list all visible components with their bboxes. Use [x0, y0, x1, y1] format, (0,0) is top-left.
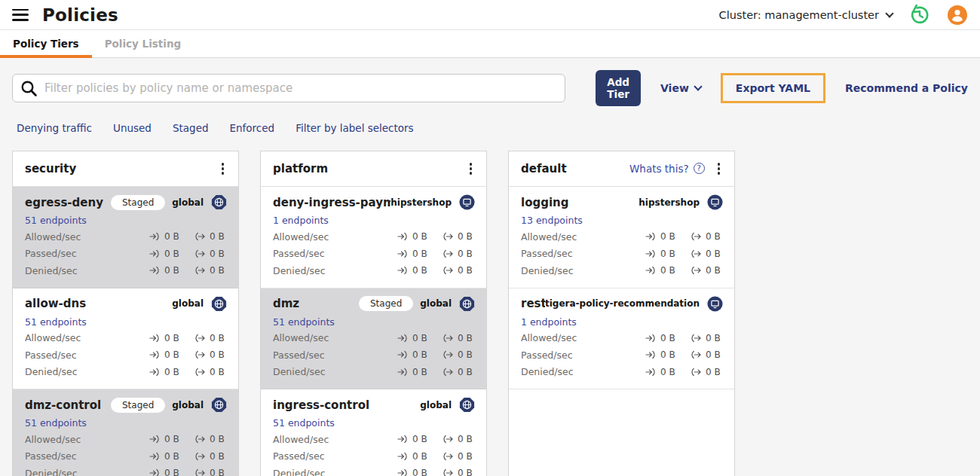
endpoints-link[interactable]: 1 endpoints: [521, 316, 577, 328]
stat-label: Denied/sec: [25, 468, 78, 476]
recommend-policy-button[interactable]: Recommend a Policy: [845, 82, 968, 94]
stat-row: Passed/sec 0 B 0 B: [25, 246, 228, 263]
stat-label: Allowed/sec: [25, 332, 81, 343]
kebab-icon: [222, 163, 224, 174]
stat-row: Allowed/sec 0 B 0 B: [25, 228, 228, 246]
add-tier-button[interactable]: Add Tier: [596, 70, 641, 106]
policy-name: egress-deny: [25, 196, 103, 209]
ingress-icon: [645, 266, 657, 275]
endpoints-link[interactable]: 51 endpoints: [273, 316, 335, 328]
global-policy-icon: [210, 396, 228, 413]
tab-policy-listing[interactable]: Policy Listing: [92, 30, 194, 57]
policy-name: deny-ingress-paymentservi…: [273, 196, 390, 209]
cluster-selector[interactable]: Cluster: management-cluster: [719, 9, 893, 21]
egress-icon: [194, 232, 206, 241]
stat-row: Passed/sec 0 B 0 B: [521, 346, 724, 364]
ingress-icon: [149, 334, 161, 343]
namespace-policy-icon: [458, 194, 476, 211]
tier-menu-button[interactable]: [466, 160, 476, 177]
tab-policy-tiers[interactable]: Policy Tiers: [0, 30, 92, 57]
search-input[interactable]: [12, 74, 565, 102]
tier-name: security: [25, 162, 76, 175]
policy-card[interactable]: dmz-control Staged global 51 endpoints A…: [13, 389, 238, 476]
egress-icon: [691, 350, 702, 359]
app-header: Policies Cluster: management-cluster: [0, 0, 980, 30]
policy-card[interactable]: allow-dns global 51 endpoints Allowed/se…: [13, 288, 238, 390]
filter-label-selectors[interactable]: Filter by label selectors: [296, 122, 413, 134]
egress-icon: [691, 232, 702, 241]
endpoints-link[interactable]: 13 endpoints: [521, 215, 583, 226]
policy-stats: Allowed/sec 0 B 0 B Passed/sec: [25, 330, 228, 381]
stat-row: Denied/sec 0 B 0 B: [521, 262, 724, 279]
endpoints-link[interactable]: 51 endpoints: [273, 417, 335, 429]
stat-egress-value: 0 B: [706, 231, 721, 242]
filter-staged[interactable]: Staged: [173, 122, 209, 134]
egress-icon: [443, 350, 454, 359]
egress-icon: [194, 266, 206, 275]
menu-icon[interactable]: [12, 9, 29, 21]
policy-card[interactable]: dmz Staged global 51 endpoints Allowed/s…: [261, 288, 486, 390]
user-menu-button[interactable]: [947, 5, 968, 26]
history-button[interactable]: [909, 5, 930, 26]
tier-column: default Whats this? ? logging hipstersho…: [508, 151, 735, 476]
stat-label: Allowed/sec: [273, 332, 329, 343]
policy-stats: Allowed/sec 0 B 0 B Passed/sec: [521, 228, 724, 279]
policy-scope-label: hipstershop: [390, 197, 452, 208]
policy-card[interactable]: egress-deny Staged global 51 endpoints A…: [13, 187, 238, 288]
policy-card[interactable]: logging hipstershop 13 endpoints Allowed…: [509, 187, 734, 288]
stat-row: Denied/sec 0 B 0 B: [521, 364, 724, 381]
stat-ingress-value: 0 B: [412, 249, 427, 259]
history-icon: [909, 5, 930, 26]
ingress-icon: [397, 468, 409, 476]
tiers-board: security egress-deny Staged global: [12, 151, 968, 476]
stat-egress-value: 0 B: [210, 265, 225, 276]
policy-name: logging: [521, 196, 568, 209]
stat-row: Denied/sec 0 B 0 B: [273, 364, 476, 381]
stat-row: Passed/sec 0 B 0 B: [273, 346, 476, 364]
stat-ingress-value: 0 B: [412, 231, 427, 242]
stat-ingress-value: 0 B: [412, 333, 427, 343]
ingress-icon: [645, 334, 657, 343]
stat-egress-value: 0 B: [210, 249, 225, 259]
filter-unused[interactable]: Unused: [113, 122, 152, 134]
namespace-policy-icon: [706, 194, 724, 211]
endpoints-link[interactable]: 51 endpoints: [25, 215, 87, 226]
stat-label: Passed/sec: [25, 450, 77, 462]
tier-menu-button[interactable]: [714, 160, 724, 177]
stat-egress-value: 0 B: [458, 468, 473, 476]
stat-ingress-value: 0 B: [164, 231, 179, 242]
policies-content: Add Tier View Export YAML Recommend a Po…: [0, 58, 980, 476]
egress-icon: [691, 266, 702, 275]
stat-label: Denied/sec: [25, 265, 78, 276]
staged-badge: Staged: [111, 398, 165, 413]
stat-label: Denied/sec: [521, 366, 574, 377]
endpoints-link[interactable]: 51 endpoints: [25, 316, 87, 328]
quick-filters: Denying traffic Unused Staged Enforced F…: [17, 122, 968, 134]
stat-ingress-value: 0 B: [412, 265, 427, 276]
view-dropdown[interactable]: View: [660, 82, 701, 94]
filter-enforced[interactable]: Enforced: [230, 122, 275, 134]
policy-name: dmz: [273, 297, 299, 310]
egress-icon: [194, 468, 206, 476]
filter-denying-traffic[interactable]: Denying traffic: [17, 122, 92, 134]
toolbar: Add Tier View Export YAML Recommend a Po…: [12, 70, 968, 106]
stat-label: Passed/sec: [25, 248, 77, 259]
stat-row: Allowed/sec 0 B 0 B: [521, 228, 724, 246]
chevron-down-icon: [885, 9, 893, 17]
egress-icon: [194, 249, 206, 258]
stat-row: Allowed/sec 0 B 0 B: [273, 330, 476, 347]
whats-this-link[interactable]: Whats this? ?: [629, 163, 705, 175]
stat-ingress-value: 0 B: [164, 468, 179, 476]
stat-row: Denied/sec 0 B 0 B: [25, 465, 228, 476]
whats-this-label: Whats this?: [629, 163, 689, 175]
policy-card[interactable]: ingress-control global 51 endpoints Allo…: [261, 389, 486, 476]
endpoints-link[interactable]: 51 endpoints: [25, 417, 87, 429]
egress-icon: [443, 368, 454, 377]
stat-egress-value: 0 B: [210, 434, 225, 444]
tier-menu-button[interactable]: [218, 160, 228, 177]
endpoints-link[interactable]: 1 endpoints: [273, 215, 329, 226]
ingress-icon: [149, 468, 161, 476]
policy-card[interactable]: restricted tigera-policy-recommendation …: [509, 288, 734, 390]
export-yaml-button[interactable]: Export YAML: [736, 82, 810, 94]
policy-card[interactable]: deny-ingress-paymentservi… hipstershop 1…: [261, 187, 486, 288]
